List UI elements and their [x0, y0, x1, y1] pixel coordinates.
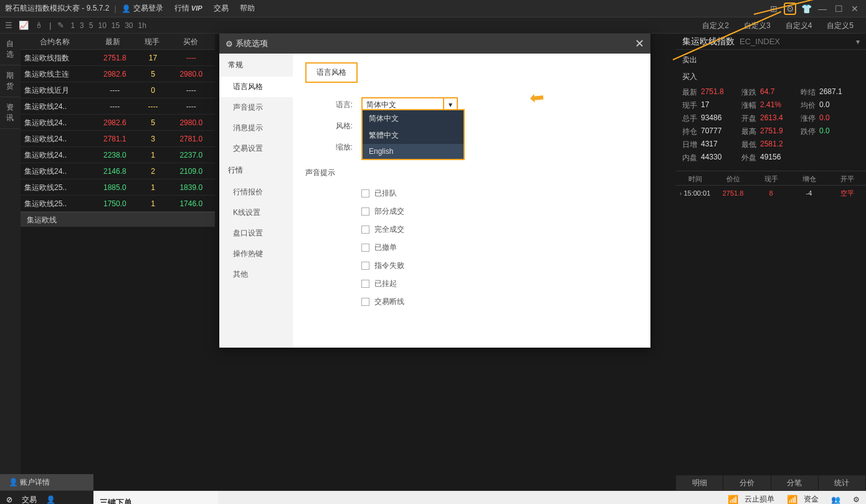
rail-news[interactable]: 资讯	[0, 97, 21, 129]
login-link[interactable]: 交易登录	[133, 3, 163, 14]
sound-check[interactable]: 已排队	[305, 184, 638, 202]
orders-area: 📶云止损单 📶资金 👥 ⚙ ⟳ 逐笔浮盈 浮盈比例 保证金 ⟳ 总持仓量: 0 …	[218, 491, 866, 504]
timeframes: 1 3 5 10 15 30 1h	[70, 21, 146, 30]
rail-watchlist[interactable]: 自选	[0, 34, 21, 65]
group-icon[interactable]: 👥	[831, 495, 840, 504]
detail-name: 集运欧线指数	[682, 36, 735, 47]
draw-icon[interactable]: ✎	[57, 21, 64, 30]
theme-icon[interactable]: 👕	[800, 2, 812, 15]
close-icon[interactable]: ✕	[849, 2, 861, 15]
sound-check[interactable]: 指令失败	[305, 257, 638, 275]
quote-table: 合约名称 最新 现手 买价 集运欧线指数2751.817----集运欧线主连29…	[21, 34, 215, 490]
menu-quote[interactable]: 行情 VIP	[174, 3, 202, 14]
user-icon[interactable]: 👤	[46, 495, 55, 504]
lang-option[interactable]: 简体中文	[363, 110, 464, 127]
chart-icon[interactable]: 📈	[19, 21, 29, 30]
user-icon: 👤	[121, 4, 131, 13]
gear-icon[interactable]: ⚙	[853, 495, 860, 504]
annotation-arrow: ⬅	[529, 87, 545, 108]
titlebar: 磐石航运指数模拟大赛 - 9.5.7.2 | 👤 交易登录 行情 VIP 交易 …	[0, 0, 866, 17]
detail-tab[interactable]: 分价	[723, 475, 771, 490]
settings-icon: ⚙	[226, 39, 233, 49]
minimize-icon[interactable]: —	[816, 2, 829, 15]
quote-row[interactable]: 集运欧线24..2982.652980.0	[21, 115, 215, 131]
rail-futures[interactable]: 期货	[0, 65, 21, 97]
settings-dialog: ⚙ 系统选项 ✕ 常规 语言风格 声音提示 消息提示 交易设置 行情 行情报价 …	[219, 34, 650, 348]
custom-tab-4[interactable]: 自定义4	[778, 17, 820, 34]
sound-check[interactable]: 部分成交	[305, 202, 638, 221]
lang-style-tab[interactable]: 语言风格	[305, 62, 358, 83]
dialog-close[interactable]: ✕	[635, 37, 644, 50]
quote-row[interactable]: 集运欧线24..2238.012237.0	[21, 147, 215, 163]
detail-panel: 集运欧线指数 EC_INDEX ▾ 卖出 买入 最新2751.8涨跌64.7昨结…	[676, 34, 866, 490]
order-panel: 三键下单 合约🔍 价格对手价数 当日有效 设置修改 买入 卖出 撤单 对价跟 排…	[93, 491, 218, 504]
app-title: 磐石航运指数模拟大赛 - 9.5.7.2	[5, 3, 109, 14]
left-rail: 自选 期货 资讯	[0, 34, 21, 490]
detail-tab[interactable]: 分笔	[771, 475, 819, 490]
sound-check[interactable]: 已撤单	[305, 239, 638, 257]
detail-code: EC_INDEX	[740, 37, 780, 46]
detail-tab[interactable]: 统计	[819, 475, 866, 490]
custom-tab-2[interactable]: 自定义2	[695, 17, 736, 34]
detail-tab[interactable]: 明细	[676, 475, 723, 490]
language-dropdown: 简体中文 繁體中文 English	[361, 109, 465, 160]
lang-option[interactable]: 繁體中文	[363, 127, 464, 144]
dialog-sidebar: 常规 语言风格 声音提示 消息提示 交易设置 行情 行情报价 K线设置 盘口设置…	[219, 54, 293, 348]
lang-option[interactable]: English	[363, 144, 464, 159]
wifi-icon: 📶	[787, 495, 797, 505]
dropdown-icon[interactable]: ▾	[856, 37, 860, 46]
quote-row[interactable]: 集运欧线指数2751.817----	[21, 50, 215, 66]
quote-row[interactable]: 集运欧线24..------------	[21, 98, 215, 115]
quote-row[interactable]: 集运欧线24..2781.132781.0	[21, 131, 215, 147]
quote-row[interactable]: 集运欧线近月----0----	[21, 82, 215, 98]
list-icon[interactable]: ☰	[5, 21, 12, 30]
maximize-icon[interactable]: ☐	[832, 2, 845, 15]
quote-bottom-tab[interactable]: 集运欧线	[21, 212, 215, 227]
quote-row[interactable]: 集运欧线主连2982.652980.0	[21, 66, 215, 82]
trade-nav: ⊘ 交易 👤 下单板三键下单市价止损限价止损冰 山影 子点价下单套利下单云套利(…	[0, 491, 93, 504]
menu-trade[interactable]: 交易	[214, 3, 229, 14]
sound-check[interactable]: 交易断线	[305, 293, 638, 311]
custom-tab-5[interactable]: 自定义5	[819, 17, 861, 34]
custom-tab-3[interactable]: 自定义3	[736, 17, 778, 34]
quote-row[interactable]: 集运欧线25..1750.011746.0	[21, 196, 215, 212]
block-icon: ⊘	[6, 495, 12, 504]
quote-row[interactable]: 集运欧线25..1885.011839.0	[21, 179, 215, 196]
sound-check[interactable]: 完全成交	[305, 221, 638, 239]
account-detail[interactable]: 👤 账户详情	[0, 474, 93, 490]
candle-icon[interactable]: 🕯	[35, 21, 43, 30]
menu-help[interactable]: 帮助	[240, 3, 255, 14]
sound-check[interactable]: 已挂起	[305, 275, 638, 293]
wifi-icon: 📶	[728, 495, 738, 505]
quote-row[interactable]: 集运欧线24..2146.822109.0	[21, 163, 215, 179]
